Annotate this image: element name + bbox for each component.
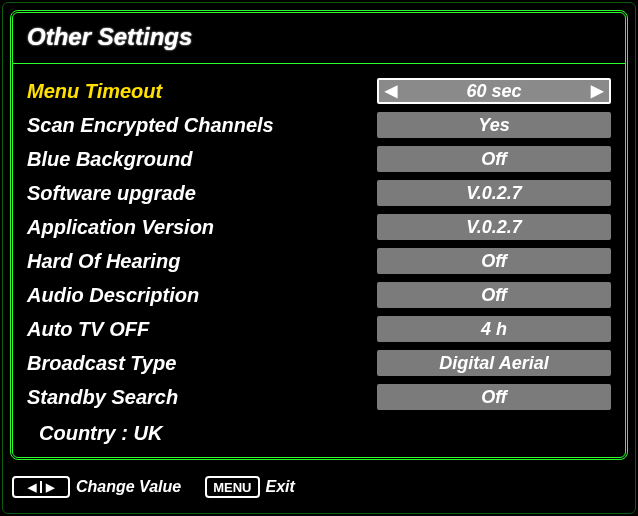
setting-value-standby-search[interactable]: Off: [377, 384, 611, 410]
settings-list: Menu Timeout◀60 sec▶Scan Encrypted Chann…: [13, 64, 625, 410]
setting-row-audio-description[interactable]: Audio DescriptionOff: [27, 282, 611, 308]
setting-value-text-scan-encrypted: Yes: [478, 115, 509, 136]
setting-row-software-upgrade[interactable]: Software upgradeV.0.2.7: [27, 180, 611, 206]
arrow-left-icon[interactable]: ◀: [385, 83, 397, 99]
setting-value-menu-timeout[interactable]: ◀60 sec▶: [377, 78, 611, 104]
hint-exit-label: Exit: [266, 478, 295, 496]
setting-label-menu-timeout: Menu Timeout: [27, 80, 377, 103]
setting-value-text-standby-search: Off: [481, 387, 507, 408]
setting-row-menu-timeout[interactable]: Menu Timeout◀60 sec▶: [27, 78, 611, 104]
setting-label-scan-encrypted: Scan Encrypted Channels: [27, 114, 377, 137]
setting-label-software-upgrade: Software upgrade: [27, 182, 377, 205]
setting-label-application-version: Application Version: [27, 216, 377, 239]
setting-value-text-broadcast-type: Digital Aerial: [439, 353, 548, 374]
setting-value-text-auto-tv-off: 4 h: [481, 319, 507, 340]
hint-change-value: ◀ ▶ Change Value: [12, 476, 181, 498]
settings-panel: Other Settings Menu Timeout◀60 sec▶Scan …: [10, 10, 628, 460]
setting-row-application-version[interactable]: Application VersionV.0.2.7: [27, 214, 611, 240]
arrow-right-icon[interactable]: ▶: [591, 83, 603, 99]
setting-value-auto-tv-off[interactable]: 4 h: [377, 316, 611, 342]
setting-label-auto-tv-off: Auto TV OFF: [27, 318, 377, 341]
menu-key-icon: MENU: [205, 476, 259, 498]
setting-row-auto-tv-off[interactable]: Auto TV OFF4 h: [27, 316, 611, 342]
setting-label-standby-search: Standby Search: [27, 386, 377, 409]
setting-label-audio-description: Audio Description: [27, 284, 377, 307]
nav-left-right-icon: ◀ ▶: [12, 476, 70, 498]
setting-row-hard-of-hearing[interactable]: Hard Of HearingOff: [27, 248, 611, 274]
page-title: Other Settings: [27, 23, 611, 51]
hint-bar: ◀ ▶ Change Value MENU Exit: [12, 472, 626, 502]
title-bar: Other Settings: [13, 13, 625, 64]
hint-exit: MENU Exit: [205, 476, 295, 498]
setting-label-broadcast-type: Broadcast Type: [27, 352, 377, 375]
setting-value-text-blue-background: Off: [481, 149, 507, 170]
setting-value-text-audio-description: Off: [481, 285, 507, 306]
setting-value-blue-background[interactable]: Off: [377, 146, 611, 172]
setting-value-broadcast-type[interactable]: Digital Aerial: [377, 350, 611, 376]
setting-row-blue-background[interactable]: Blue BackgroundOff: [27, 146, 611, 172]
setting-label-hard-of-hearing: Hard Of Hearing: [27, 250, 377, 273]
setting-row-standby-search[interactable]: Standby SearchOff: [27, 384, 611, 410]
setting-row-broadcast-type[interactable]: Broadcast TypeDigital Aerial: [27, 350, 611, 376]
setting-value-text-hard-of-hearing: Off: [481, 251, 507, 272]
setting-row-scan-encrypted[interactable]: Scan Encrypted ChannelsYes: [27, 112, 611, 138]
setting-value-text-menu-timeout: 60 sec: [466, 81, 521, 102]
country-label: Country : UK: [39, 422, 162, 445]
setting-value-text-software-upgrade: V.0.2.7: [466, 183, 521, 204]
setting-value-audio-description[interactable]: Off: [377, 282, 611, 308]
setting-label-blue-background: Blue Background: [27, 148, 377, 171]
setting-value-application-version[interactable]: V.0.2.7: [377, 214, 611, 240]
setting-value-text-application-version: V.0.2.7: [466, 217, 521, 238]
setting-value-software-upgrade[interactable]: V.0.2.7: [377, 180, 611, 206]
setting-value-scan-encrypted[interactable]: Yes: [377, 112, 611, 138]
hint-change-value-label: Change Value: [76, 478, 181, 496]
setting-value-hard-of-hearing[interactable]: Off: [377, 248, 611, 274]
